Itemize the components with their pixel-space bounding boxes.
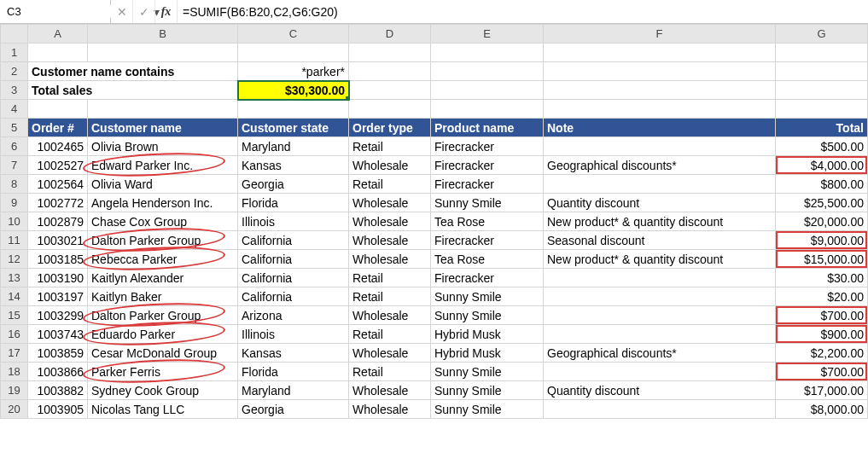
cell[interactable] bbox=[238, 100, 349, 119]
cell-customer[interactable]: Eduardo Parker bbox=[88, 325, 238, 344]
cell-note[interactable]: Seasonal discount bbox=[544, 231, 776, 250]
cell-state[interactable]: Georgia bbox=[238, 175, 349, 194]
cell[interactable] bbox=[431, 100, 544, 119]
cell-customer[interactable]: Parker Ferris bbox=[88, 363, 238, 381]
cancel-icon[interactable]: ✕ bbox=[111, 0, 133, 23]
enter-icon[interactable]: ✓ bbox=[133, 0, 155, 23]
cell-state[interactable]: Maryland bbox=[238, 381, 349, 400]
cell-order[interactable]: 1003866 bbox=[28, 363, 88, 381]
row-header[interactable]: 5 bbox=[1, 119, 28, 137]
cell-customer[interactable]: Olivia Ward bbox=[88, 175, 238, 194]
cell[interactable] bbox=[88, 100, 238, 119]
cell-customer[interactable]: Edward Parker Inc. bbox=[88, 156, 238, 175]
cell-order[interactable]: 1003859 bbox=[28, 344, 88, 363]
cell-note[interactable]: Geographical discounts* bbox=[544, 156, 776, 175]
cell-product[interactable]: Sunny Smile bbox=[431, 400, 544, 419]
cell[interactable] bbox=[544, 62, 776, 81]
cell-type[interactable]: Wholesale bbox=[349, 306, 431, 325]
formula-input[interactable] bbox=[178, 0, 868, 23]
cell-state[interactable]: California bbox=[238, 231, 349, 250]
cell-order[interactable]: 1002527 bbox=[28, 156, 88, 175]
row-header[interactable]: 4 bbox=[1, 100, 28, 119]
cell-order[interactable]: 1003299 bbox=[28, 306, 88, 325]
row-header[interactable]: 1 bbox=[1, 44, 28, 62]
cell-type[interactable]: Retail bbox=[349, 269, 431, 287]
cell-customer[interactable]: Nicolas Tang LLC bbox=[88, 400, 238, 419]
cell-total[interactable]: $800.00 bbox=[776, 175, 868, 194]
cell-total[interactable]: $500.00 bbox=[776, 137, 868, 156]
cell-type[interactable]: Wholesale bbox=[349, 344, 431, 363]
cell-type[interactable]: Retail bbox=[349, 137, 431, 156]
col-header-B[interactable]: B bbox=[88, 25, 238, 44]
cell-product[interactable]: Firecracker bbox=[431, 231, 544, 250]
cell-state[interactable]: Illinois bbox=[238, 325, 349, 344]
cell-product[interactable]: Firecracker bbox=[431, 137, 544, 156]
cell-state[interactable]: California bbox=[238, 269, 349, 287]
table-header-order[interactable]: Order # bbox=[28, 119, 88, 137]
cell-order[interactable]: 1002564 bbox=[28, 175, 88, 194]
cell-order[interactable]: 1003190 bbox=[28, 269, 88, 287]
row-header[interactable]: 16 bbox=[1, 325, 28, 344]
cell[interactable] bbox=[544, 44, 776, 62]
cell-type[interactable]: Wholesale bbox=[349, 231, 431, 250]
table-header-state[interactable]: Customer state bbox=[238, 119, 349, 137]
cell[interactable] bbox=[431, 81, 544, 100]
row-header[interactable]: 18 bbox=[1, 363, 28, 381]
cell[interactable] bbox=[28, 100, 88, 119]
cell-type[interactable]: Wholesale bbox=[349, 212, 431, 231]
cell-order[interactable]: 1002772 bbox=[28, 194, 88, 212]
row-header[interactable]: 6 bbox=[1, 137, 28, 156]
cell-product[interactable]: Tea Rose bbox=[431, 250, 544, 269]
cell-customer[interactable]: Sydney Cook Group bbox=[88, 381, 238, 400]
cell-customer[interactable]: Kaitlyn Baker bbox=[88, 287, 238, 306]
cell-type[interactable]: Retail bbox=[349, 325, 431, 344]
cell[interactable] bbox=[238, 44, 349, 62]
col-header-D[interactable]: D bbox=[349, 25, 431, 44]
cell-product[interactable]: Hybrid Musk bbox=[431, 344, 544, 363]
cell-type[interactable]: Retail bbox=[349, 363, 431, 381]
cell-product[interactable]: Sunny Smile bbox=[431, 194, 544, 212]
cell[interactable] bbox=[349, 62, 431, 81]
row-header[interactable]: 3 bbox=[1, 81, 28, 100]
cell-customer[interactable]: Chase Cox Group bbox=[88, 212, 238, 231]
col-header-G[interactable]: G bbox=[776, 25, 868, 44]
cell-note[interactable]: New product* & quantity discount bbox=[544, 250, 776, 269]
cell-note[interactable] bbox=[544, 306, 776, 325]
table-header-product[interactable]: Product name bbox=[431, 119, 544, 137]
row-header[interactable]: 14 bbox=[1, 287, 28, 306]
cell-total[interactable]: $20,000.00 bbox=[776, 212, 868, 231]
row-header[interactable]: 10 bbox=[1, 212, 28, 231]
cell-total[interactable]: $17,000.00 bbox=[776, 381, 868, 400]
row-header[interactable]: 2 bbox=[1, 62, 28, 81]
cell[interactable] bbox=[776, 81, 868, 100]
cell-total[interactable]: $700.00 bbox=[776, 363, 868, 381]
cell-order[interactable]: 1003185 bbox=[28, 250, 88, 269]
fx-icon[interactable]: fx bbox=[155, 0, 178, 23]
col-header-A[interactable]: A bbox=[28, 25, 88, 44]
cell[interactable] bbox=[88, 44, 238, 62]
cell-note[interactable] bbox=[544, 175, 776, 194]
cell-note[interactable]: Quantity discount bbox=[544, 194, 776, 212]
criteria-label-name[interactable]: Customer name contains bbox=[28, 62, 238, 81]
cell-type[interactable]: Retail bbox=[349, 175, 431, 194]
cell-note[interactable]: Quantity discount bbox=[544, 381, 776, 400]
criteria-value-total[interactable]: $30,300.00 bbox=[238, 81, 349, 100]
cell-product[interactable]: Tea Rose bbox=[431, 212, 544, 231]
table-header-note[interactable]: Note bbox=[544, 119, 776, 137]
cell-order[interactable]: 1002465 bbox=[28, 137, 88, 156]
cell-product[interactable]: Sunny Smile bbox=[431, 381, 544, 400]
col-header-E[interactable]: E bbox=[431, 25, 544, 44]
col-header-C[interactable]: C bbox=[238, 25, 349, 44]
cell-total[interactable]: $25,500.00 bbox=[776, 194, 868, 212]
row-header[interactable]: 11 bbox=[1, 231, 28, 250]
cell-customer[interactable]: Rebecca Parker bbox=[88, 250, 238, 269]
cell[interactable] bbox=[28, 44, 88, 62]
cell-state[interactable]: Kansas bbox=[238, 156, 349, 175]
cell-total[interactable]: $700.00 bbox=[776, 306, 868, 325]
cell[interactable] bbox=[544, 81, 776, 100]
row-header[interactable]: 8 bbox=[1, 175, 28, 194]
row-header[interactable]: 17 bbox=[1, 344, 28, 363]
cell-note[interactable] bbox=[544, 400, 776, 419]
cell[interactable] bbox=[349, 100, 431, 119]
cell-total[interactable]: $8,000.00 bbox=[776, 400, 868, 419]
